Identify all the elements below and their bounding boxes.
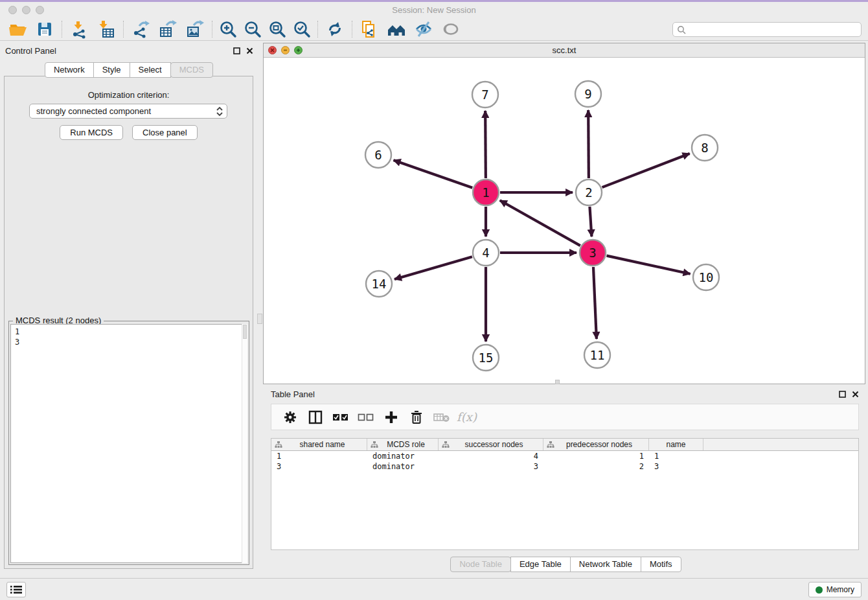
edge-3-1[interactable] <box>500 200 580 246</box>
table-cell: 1 <box>543 451 649 461</box>
network-view-window: scc.txt 7968124314101511 <box>263 43 865 384</box>
refresh-icon <box>325 19 345 39</box>
tab-edge-table[interactable]: Edge Table <box>510 557 571 572</box>
node-label-6: 6 <box>374 148 382 162</box>
refresh-button[interactable] <box>321 19 348 40</box>
network-window-titlebar[interactable]: scc.txt <box>264 43 865 58</box>
close-window-button[interactable] <box>8 6 17 14</box>
column-header-predecessor-nodes[interactable]: predecessor nodes <box>543 439 649 450</box>
tab-network-table[interactable]: Network Table <box>570 557 641 572</box>
result-scrollbar-thumb[interactable] <box>243 325 247 339</box>
eye-button[interactable] <box>437 19 464 40</box>
float-panel-icon[interactable] <box>233 47 240 54</box>
close-panel-button[interactable]: Close panel <box>132 125 198 140</box>
column-header-MCDS-role[interactable]: MCDS role <box>367 439 439 450</box>
node-label-15: 15 <box>479 351 494 365</box>
float-panel-icon[interactable] <box>839 391 846 398</box>
edge-1-7[interactable] <box>485 111 486 178</box>
network-canvas[interactable]: 7968124314101511 <box>264 58 865 384</box>
task-history-button[interactable] <box>6 582 26 597</box>
column-header-successor-nodes[interactable]: successor nodes <box>439 439 543 450</box>
node-label-3: 3 <box>589 246 596 260</box>
network-maximize-button[interactable] <box>294 46 303 54</box>
edge-2-8[interactable] <box>602 154 690 187</box>
add-column-button[interactable] <box>379 410 403 424</box>
delete-table-icon <box>433 411 450 423</box>
save-session-button[interactable] <box>31 19 58 40</box>
function-builder-button[interactable]: f(x) <box>455 410 479 424</box>
houses-button[interactable] <box>383 19 410 40</box>
zoom-in-button[interactable] <box>216 19 240 40</box>
column-header-name[interactable]: name <box>649 439 703 450</box>
export-table-button[interactable] <box>154 19 181 40</box>
export-image-button[interactable] <box>181 19 209 40</box>
list-icon <box>10 585 22 594</box>
delete-column-button[interactable] <box>429 411 453 423</box>
column-header-shared-name[interactable]: shared name <box>271 439 367 450</box>
close-panel-icon[interactable] <box>852 391 859 398</box>
tab-mcds[interactable]: MCDS <box>170 62 213 78</box>
optimization-criterion-select[interactable]: strongly connected component <box>29 104 227 119</box>
tab-style[interactable]: Style <box>93 62 130 78</box>
delete-button[interactable] <box>404 410 428 425</box>
node-label-10: 10 <box>699 270 714 284</box>
checked-boxes-icon <box>332 412 349 422</box>
deselect-all-button[interactable] <box>354 412 378 422</box>
close-panel-icon[interactable] <box>246 47 253 54</box>
edge-4-14[interactable] <box>394 257 472 279</box>
main-titlebar: Session: New Session <box>0 2 868 18</box>
open-session-button[interactable] <box>4 19 31 40</box>
table-panel: Table Panel f(x) shared nameMCDS rolesuc… <box>263 387 868 575</box>
zoom-selected-button[interactable] <box>290 19 314 40</box>
table-cell: 3 <box>439 461 543 472</box>
edge-2-3[interactable] <box>589 207 591 237</box>
network-close-button[interactable] <box>268 46 277 54</box>
control-panel-controls <box>233 47 253 54</box>
edge-3-11[interactable] <box>593 267 597 339</box>
table-settings-button[interactable] <box>278 410 302 424</box>
memory-button[interactable]: Memory <box>808 582 862 597</box>
toolbar-separator <box>62 21 62 38</box>
maximize-window-button[interactable] <box>36 6 44 14</box>
duplicate-network-button[interactable] <box>356 19 383 40</box>
network-resize-grip[interactable] <box>555 380 560 384</box>
result-scrollbar[interactable] <box>242 324 247 563</box>
control-panel-title: Control Panel <box>5 46 56 56</box>
table-row[interactable]: 1dominator411 <box>271 451 858 461</box>
tab-motifs[interactable]: Motifs <box>641 557 681 572</box>
import-table-button[interactable] <box>93 19 120 40</box>
panel-splitter-grip[interactable] <box>257 314 262 324</box>
export-network-button[interactable] <box>127 19 154 40</box>
zoom-fit-button[interactable] <box>265 19 290 40</box>
control-panel-tabs: Network Style Select MCDS <box>0 62 257 78</box>
edge-3-10[interactable] <box>606 256 690 274</box>
main-toolbar <box>0 18 868 41</box>
unchecked-boxes-icon <box>358 412 374 422</box>
search-input[interactable] <box>686 25 857 35</box>
edge-1-6[interactable] <box>394 160 473 187</box>
minimize-window-button[interactable] <box>22 6 30 14</box>
mcds-result-list[interactable]: 13 <box>10 324 247 563</box>
mcds-result-group: MCDS result (2 nodes) 13 <box>8 321 249 565</box>
show-column-button[interactable] <box>303 410 327 424</box>
select-all-button[interactable] <box>328 412 352 422</box>
column-label: name <box>666 440 685 449</box>
column-label: MCDS role <box>387 440 425 449</box>
import-network-button[interactable] <box>65 19 93 40</box>
table-toolbar: f(x) <box>271 404 859 430</box>
search-box[interactable] <box>672 22 862 37</box>
search-icon <box>677 25 686 34</box>
node-label-8: 8 <box>701 141 708 155</box>
status-bar: Memory <box>0 578 868 600</box>
tab-node-table[interactable]: Node Table <box>450 557 511 572</box>
eye-slash-button[interactable] <box>410 19 437 40</box>
network-minimize-button[interactable] <box>281 46 290 54</box>
zoom-out-button[interactable] <box>240 19 265 40</box>
memory-label: Memory <box>827 585 854 594</box>
mcds-result-item: 3 <box>15 337 243 347</box>
tab-select[interactable]: Select <box>130 62 171 78</box>
tab-network[interactable]: Network <box>45 62 94 78</box>
run-mcds-button[interactable]: Run MCDS <box>60 125 123 140</box>
edge-2-9[interactable] <box>588 110 589 178</box>
table-row[interactable]: 3dominator323 <box>271 461 858 472</box>
